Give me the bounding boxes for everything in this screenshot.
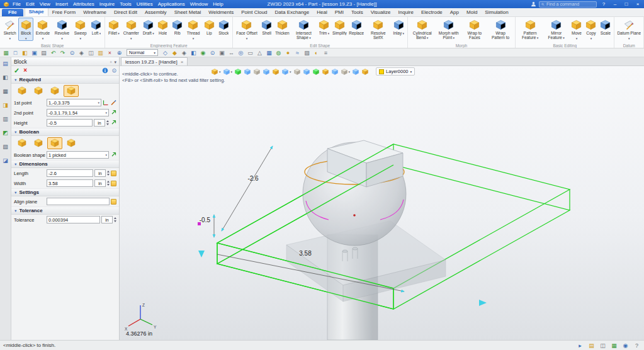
- shade-mode-icon[interactable]: [223, 67, 233, 76]
- hidden-line-icon[interactable]: ◈: [180, 49, 188, 57]
- save-icon[interactable]: ▣: [30, 49, 38, 57]
- search-input[interactable]: [546, 2, 594, 6]
- ribbon-button[interactable]: Mirror Feature: [543, 18, 569, 41]
- info-icon[interactable]: [102, 67, 108, 74]
- menu-item[interactable]: Insert: [53, 1, 71, 7]
- view-front-icon[interactable]: [281, 67, 291, 76]
- first-point-input[interactable]: 1,-0,3.375: [47, 99, 101, 106]
- undo-icon[interactable]: ↶: [49, 49, 57, 57]
- length-stepper[interactable]: [107, 171, 110, 176]
- section-header-boolean[interactable]: Boolean: [11, 128, 119, 136]
- ribbon-button[interactable]: Cylindrical Bend: [409, 18, 436, 41]
- float-panel-icon[interactable]: [110, 59, 112, 65]
- section-view-icon[interactable]: ◧: [189, 49, 198, 57]
- ribbon-tab[interactable]: Tools: [347, 9, 367, 16]
- regen-icon[interactable]: ⊕: [115, 49, 123, 57]
- ribbon-button[interactable]: Pattern Feature: [517, 18, 543, 41]
- menu-item[interactable]: Window: [188, 1, 210, 7]
- ribbon-button[interactable]: Resolve SelfX: [365, 18, 392, 41]
- rotate-view-icon[interactable]: ◎: [237, 49, 245, 57]
- ribbon-button[interactable]: Inlay: [392, 18, 406, 37]
- face-display-icon[interactable]: [341, 67, 351, 76]
- view-manager-icon[interactable]: ▥: [1, 115, 9, 123]
- ribbon-tab[interactable]: Inquire: [395, 9, 417, 16]
- 3d-scene[interactable]: -2.6 -0.5 3.58 Z: [120, 66, 644, 340]
- close-button[interactable]: ×: [633, 1, 642, 7]
- print-icon[interactable]: ▤: [40, 49, 48, 57]
- ribbon-button[interactable]: Datum Plane: [616, 18, 642, 41]
- prompt-icon[interactable]: ▸: [576, 342, 584, 349]
- handle-model[interactable]: [286, 140, 446, 340]
- refresh-icon[interactable]: ⊙: [68, 49, 76, 57]
- curve-display-icon[interactable]: [331, 67, 339, 76]
- app-logo-icon[interactable]: [2, 1, 10, 8]
- tolerance-stepper[interactable]: [114, 217, 116, 222]
- reset-icon[interactable]: [111, 67, 116, 74]
- view-front-icon[interactable]: ▭: [246, 49, 254, 57]
- auto-input-icon[interactable]: [111, 181, 116, 186]
- ribbon-button[interactable]: Morph with Point: [436, 18, 462, 41]
- paste-icon[interactable]: ▥: [96, 49, 105, 57]
- width-stepper[interactable]: [107, 181, 110, 186]
- grid-toggle-icon[interactable]: ▦: [265, 49, 273, 57]
- layer-color-swatch[interactable]: [379, 69, 384, 74]
- ribbon-button[interactable]: Move: [569, 18, 584, 41]
- length-dimension-line[interactable]: [222, 146, 273, 231]
- tolerance-input[interactable]: 0.000394: [47, 216, 100, 223]
- view-cube-icon[interactable]: [211, 67, 221, 76]
- snap-status-icon[interactable]: ◉: [621, 342, 630, 349]
- display-settings-icon[interactable]: ≡: [322, 49, 330, 57]
- ribbon-button[interactable]: Chamfer: [121, 18, 141, 41]
- visual-manager-icon[interactable]: ◩: [1, 129, 9, 137]
- command-search[interactable]: [539, 1, 597, 8]
- ribbon-button[interactable]: Hole: [155, 18, 170, 37]
- ribbon-button[interactable]: Trim: [317, 18, 331, 37]
- menu-item[interactable]: Applications: [155, 1, 188, 7]
- boolean-add[interactable]: [31, 137, 46, 149]
- section-header-required[interactable]: Required: [11, 76, 119, 84]
- user-icon[interactable]: [531, 1, 536, 7]
- shape-browser-icon[interactable]: ▦: [1, 88, 9, 95]
- help-status-icon[interactable]: ?: [633, 342, 641, 349]
- new-file-icon[interactable]: □: [11, 49, 20, 57]
- auto-input-icon[interactable]: [111, 171, 116, 176]
- boolean-shapes-input[interactable]: 1 picked: [47, 151, 109, 159]
- panel-menu-icon[interactable]: [114, 59, 116, 65]
- ribbon-button[interactable]: Rib: [170, 18, 184, 37]
- second-point-input[interactable]: -0.3,1.79,1.54: [47, 109, 109, 116]
- height-unit-selector[interactable]: in: [94, 119, 105, 127]
- ribbon-button[interactable]: Shell: [259, 18, 274, 37]
- history-manager-icon[interactable]: ◧: [1, 74, 9, 81]
- menu-item[interactable]: Edit: [23, 1, 37, 7]
- units-icon[interactable]: ◫: [599, 342, 607, 349]
- ribbon-tab[interactable]: Weldments: [205, 9, 237, 16]
- light-icon[interactable]: [361, 67, 369, 76]
- perspective-icon[interactable]: ◉: [199, 49, 207, 57]
- grid-status-icon[interactable]: ▦: [610, 342, 618, 349]
- ribbon-tab[interactable]: Mold: [463, 9, 481, 16]
- ribbon-button[interactable]: Intersect Shape: [290, 18, 317, 41]
- screen-input-icon[interactable]: [110, 110, 116, 116]
- auto-input-icon[interactable]: [111, 199, 116, 205]
- zoom-window-icon[interactable]: [253, 67, 261, 76]
- style-combo[interactable]: Normal: [127, 49, 158, 56]
- ribbon-button[interactable]: Thread: [184, 18, 202, 41]
- height-input[interactable]: -0.5: [47, 119, 93, 127]
- block-corner-size-type[interactable]: [47, 85, 62, 97]
- visual-style-icon[interactable]: [234, 67, 242, 76]
- ribbon-tab[interactable]: Visualize: [367, 9, 395, 16]
- width-unit-selector[interactable]: in: [94, 179, 106, 187]
- height-stepper[interactable]: [106, 120, 109, 125]
- cancel-button[interactable]: ×: [23, 67, 27, 74]
- face-display-icon[interactable]: ▨: [303, 49, 311, 57]
- point-picker-icon[interactable]: [110, 99, 116, 106]
- close-tab-icon[interactable]: ×: [181, 59, 184, 65]
- menu-item[interactable]: View: [37, 1, 53, 7]
- block-center-type[interactable]: [31, 85, 46, 97]
- ribbon-button[interactable]: Sketch: [1, 18, 18, 41]
- boolean-base[interactable]: [14, 137, 30, 149]
- menu-item[interactable]: Help: [210, 1, 225, 7]
- shaded-display-icon[interactable]: ◆: [171, 49, 179, 57]
- ribbon-button[interactable]: Wrap Pattern to Faces: [487, 18, 514, 41]
- view-iso-icon[interactable]: △: [256, 49, 264, 57]
